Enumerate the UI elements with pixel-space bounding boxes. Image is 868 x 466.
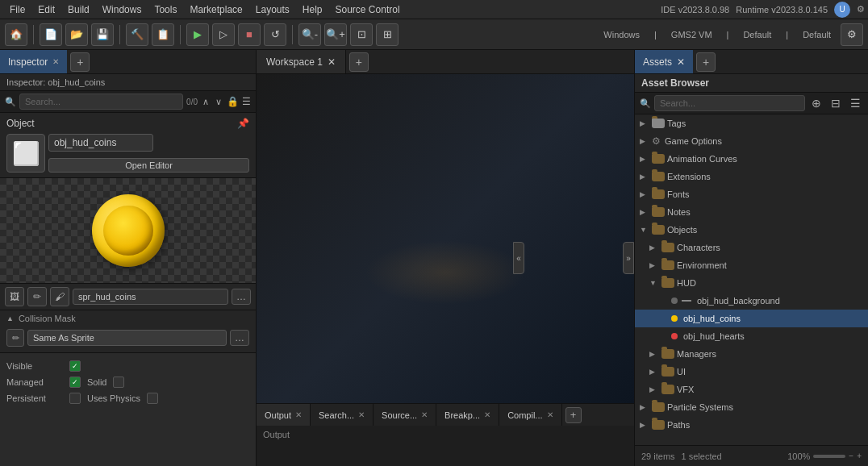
prop-persistent-checkbox[interactable]: ✓	[69, 393, 81, 404]
tree-item-game-options[interactable]: ▶ ⚙ Game Options	[635, 132, 868, 150]
target-default1[interactable]: Default	[738, 28, 776, 41]
tree-item-hud[interactable]: ▼ HUD	[635, 274, 868, 292]
save-file-button[interactable]: 💾	[91, 23, 114, 46]
zoom-out-button[interactable]: 🔍-	[298, 23, 321, 46]
tree-item-fonts[interactable]: ▶ Fonts	[635, 185, 868, 203]
menu-edit[interactable]: Edit	[31, 2, 61, 17]
output-tab-search-close[interactable]: ✕	[358, 410, 365, 419]
object-pin-icon[interactable]: 📌	[237, 118, 249, 129]
open-editor-button[interactable]: Open Editor	[48, 158, 249, 173]
zoom-slider[interactable]	[813, 455, 845, 458]
tree-item-ui[interactable]: ▶ UI	[635, 363, 868, 381]
tree-item-obj-hud-background[interactable]: ▶ obj_hud_background	[635, 292, 868, 310]
menu-marketplace[interactable]: Marketplace	[183, 2, 248, 17]
zoom-in-button[interactable]: 🔍+	[324, 23, 347, 46]
tree-item-characters[interactable]: ▶ Characters	[635, 239, 868, 256]
sprite-more-button[interactable]: …	[232, 289, 251, 305]
open-file-button[interactable]: 📂	[65, 23, 88, 46]
output-tab-search-label: Search...	[319, 410, 354, 420]
inspector-tab-add[interactable]: +	[70, 52, 90, 72]
new-file-button[interactable]: 📄	[40, 23, 62, 46]
grid-button[interactable]: ⊞	[376, 23, 399, 46]
menu-windows[interactable]: Windows	[96, 2, 148, 17]
workspace-tab-1[interactable]: Workspace 1 ✕	[257, 50, 346, 73]
output-tab-breakpoints-close[interactable]: ✕	[484, 410, 490, 419]
sprite-edit-button-1[interactable]: 🖼	[5, 287, 24, 306]
collision-more-button[interactable]: …	[230, 330, 249, 346]
menu-tools[interactable]: Tools	[148, 2, 183, 17]
assets-tab-add[interactable]: +	[696, 52, 716, 72]
output-tab-compile[interactable]: Compil... ✕	[499, 404, 561, 426]
stop-button[interactable]: ■	[238, 23, 261, 46]
assets-add-button[interactable]: ⊕	[808, 95, 824, 111]
preferences-button[interactable]: ⚙	[841, 23, 863, 46]
collision-mask-edit-button[interactable]: ✏	[6, 329, 24, 347]
target-gms2vm[interactable]: GMS2 VM	[666, 28, 717, 41]
lock-icon[interactable]: 🔒	[227, 96, 239, 107]
output-tab-source[interactable]: Source... ✕	[373, 404, 436, 426]
tree-item-extensions[interactable]: ▶ Extensions	[635, 168, 868, 185]
inspector-search-input[interactable]	[19, 94, 183, 110]
menu-help[interactable]: Help	[296, 2, 329, 17]
assets-search-input[interactable]	[654, 95, 805, 111]
clean-button[interactable]: ↺	[264, 23, 286, 46]
search-next-button[interactable]: ∨	[214, 96, 223, 108]
zoom-fit-button[interactable]: ⊡	[350, 23, 373, 46]
inspector-tab[interactable]: Inspector ✕	[0, 50, 67, 73]
prop-visible-checkbox[interactable]: ✓	[69, 360, 81, 372]
sprite-edit-button-2[interactable]: ✏	[27, 287, 47, 306]
tree-item-tags[interactable]: ▶ Tags	[635, 114, 868, 132]
tree-item-paths[interactable]: ▶ Paths	[635, 416, 868, 434]
output-tab-breakpoints[interactable]: Breakp... ✕	[436, 404, 499, 426]
prop-managed-checkbox[interactable]: ✓	[69, 377, 81, 388]
play-debug-button[interactable]: ▷	[212, 23, 235, 46]
workspace-tab-add[interactable]: +	[349, 52, 369, 72]
assets-filter-button[interactable]: ⊟	[828, 95, 844, 111]
target-windows[interactable]: Windows	[599, 28, 645, 41]
assets-tab[interactable]: Assets ✕	[635, 50, 693, 73]
tree-item-particle-systems[interactable]: ▶ Particle Systems	[635, 398, 868, 416]
build-button[interactable]: 🔨	[126, 23, 148, 46]
assets-collapse-button[interactable]: »	[623, 242, 634, 274]
tree-item-animation-curves[interactable]: ▶ Animation Curves	[635, 150, 868, 168]
target-default2[interactable]: Default	[798, 28, 836, 41]
search-prev-button[interactable]: ∧	[201, 96, 211, 108]
copy-button[interactable]: 📋	[152, 23, 174, 46]
sprite-name-field[interactable]	[73, 289, 228, 305]
sprite-edit-button-3[interactable]: 🖌	[50, 287, 69, 306]
output-tab-add[interactable]: +	[565, 407, 582, 423]
output-tab-search[interactable]: Search... ✕	[311, 404, 373, 426]
user-avatar[interactable]: U	[834, 2, 850, 18]
inspector-menu-icon[interactable]: ☰	[242, 96, 251, 107]
tree-item-obj-hud-hearts[interactable]: ▶ obj_hud_hearts	[635, 327, 868, 345]
zoom-in-icon[interactable]: +	[857, 451, 862, 460]
collision-arrow[interactable]: ▲	[6, 314, 14, 322]
workspace-canvas[interactable]	[257, 74, 634, 403]
play-button[interactable]: ▶	[186, 23, 209, 46]
tree-item-notes[interactable]: ▶ Notes	[635, 203, 868, 221]
tree-item-vfx[interactable]: ▶ VFX	[635, 381, 868, 398]
tree-item-managers[interactable]: ▶ Managers	[635, 345, 868, 363]
output-tab-compile-close[interactable]: ✕	[547, 410, 553, 419]
inspector-tab-close[interactable]: ✕	[52, 57, 59, 66]
menu-build[interactable]: Build	[61, 2, 96, 17]
tree-item-objects[interactable]: ▼ Objects	[635, 221, 868, 239]
zoom-out-icon[interactable]: −	[849, 451, 853, 460]
prop-solid-checkbox[interactable]: ✓	[113, 377, 124, 388]
settings-icon[interactable]: ⚙	[857, 4, 865, 15]
workspace-tab-close[interactable]: ✕	[328, 56, 336, 68]
menu-layouts[interactable]: Layouts	[249, 2, 296, 17]
output-tab-output-close[interactable]: ✕	[295, 410, 302, 419]
home-button[interactable]: 🏠	[5, 23, 27, 46]
assets-tab-close[interactable]: ✕	[677, 56, 685, 68]
tree-item-obj-hud-coins[interactable]: ▶ obj_hud_coins	[635, 310, 868, 327]
menu-source-control[interactable]: Source Control	[329, 2, 407, 17]
inspector-collapse-button[interactable]: «	[513, 242, 524, 274]
prop-uses-physics-checkbox[interactable]: ✓	[147, 393, 158, 404]
menu-file[interactable]: File	[3, 2, 31, 17]
assets-menu-button[interactable]: ☰	[847, 95, 863, 111]
object-name-field[interactable]	[48, 134, 153, 152]
output-tab-output[interactable]: Output ✕	[257, 404, 311, 426]
tree-item-environment[interactable]: ▶ Environment	[635, 256, 868, 274]
output-tab-source-close[interactable]: ✕	[421, 410, 428, 419]
